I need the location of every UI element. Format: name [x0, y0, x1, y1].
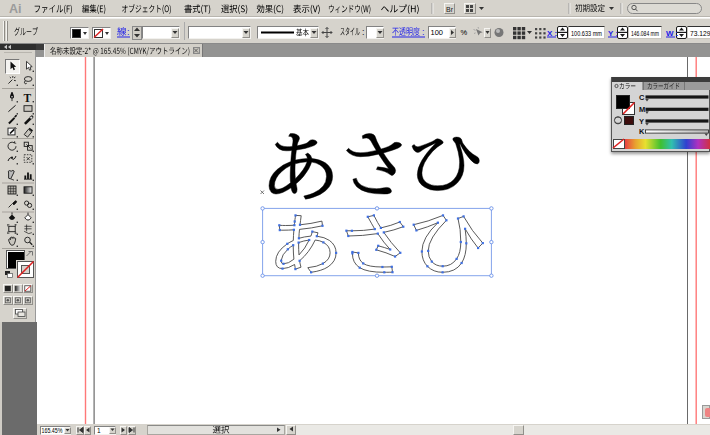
svg-text:M: M	[639, 105, 645, 114]
svg-text:Y: Y	[639, 117, 644, 126]
svg-text:1: 1	[97, 427, 101, 434]
svg-text:W :: W :	[666, 29, 678, 38]
svg-text::: :	[127, 27, 130, 37]
svg-text:100: 100	[431, 28, 444, 37]
svg-text:Br: Br	[446, 6, 454, 13]
svg-text::: :	[422, 27, 425, 37]
svg-text:Y :: Y :	[608, 29, 618, 38]
svg-text:100.633 mm: 100.633 mm	[571, 29, 602, 38]
svg-text::: :	[362, 27, 365, 37]
svg-text:X :: X :	[547, 29, 557, 38]
svg-text:C: C	[639, 93, 645, 102]
svg-text:Ai: Ai	[9, 2, 22, 16]
svg-text:%: %	[461, 28, 468, 37]
svg-text:T: T	[24, 92, 32, 104]
svg-text:146.084 mm: 146.084 mm	[631, 29, 659, 38]
svg-text:K: K	[639, 127, 645, 136]
svg-text:73.129 m: 73.129 m	[690, 29, 710, 38]
svg-text:165.45%: 165.45%	[42, 427, 63, 434]
